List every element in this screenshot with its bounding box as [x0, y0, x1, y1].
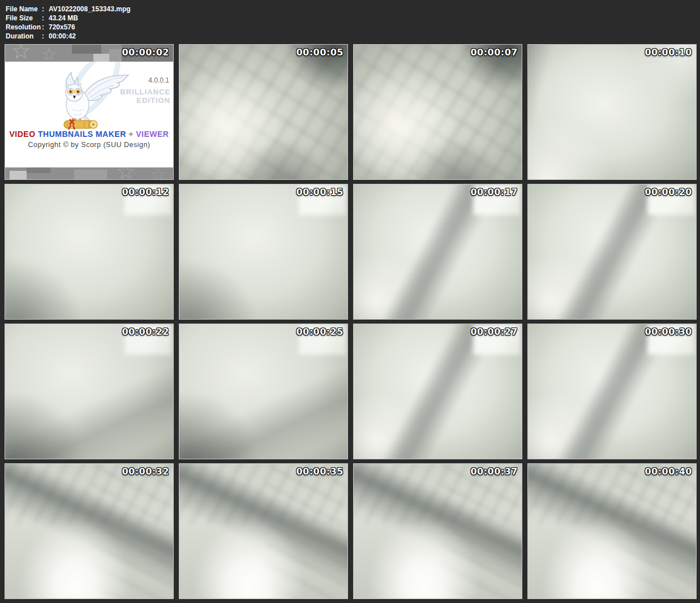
video-frame-thumbnail: 00:00:30	[527, 324, 697, 459]
frame-art	[353, 463, 522, 599]
frame-art	[5, 463, 174, 599]
timestamp-label: 00:00:20	[645, 187, 692, 197]
video-frame-thumbnail: 00:00:35	[179, 463, 348, 599]
video-frame-thumbnail: 00:00:05	[179, 44, 348, 180]
logo-top-band: ☆ ☆ 00:00:02	[5, 45, 173, 62]
brand-line: VIDEO THUMBNAILS MAKER + VIEWER	[5, 130, 173, 139]
star-icon: ☆	[11, 45, 31, 59]
timestamp-label: 00:00:05	[296, 47, 343, 58]
star-icon: ☆	[115, 167, 136, 179]
brand-plus-label: +	[128, 130, 134, 139]
video-frame-thumbnail: 00:00:07	[353, 44, 522, 180]
thumbnail-grid: ☆ ☆ 00:00:02	[0, 41, 700, 603]
timestamp-label: 00:00:27	[470, 326, 518, 337]
copyright-label: Copyright © by Scorp (SUU Design)	[5, 141, 173, 149]
edition-line1: BRILLIANCE	[120, 88, 170, 96]
band-block	[109, 49, 122, 62]
timestamp-label: 00:00:02	[122, 47, 169, 58]
frame-art	[179, 44, 348, 180]
frame-art	[179, 463, 348, 599]
timestamp-label: 00:00:32	[122, 466, 169, 477]
timestamp-label: 00:00:22	[122, 326, 169, 337]
file-info-label: File Size	[6, 14, 42, 23]
file-info-label: Resolution	[6, 23, 42, 32]
file-info-row: File Size:43.24 MB	[6, 14, 700, 23]
brand-thumbnails-maker-label: THUMBNAILS MAKER	[38, 130, 126, 139]
logo-thumbnail: ☆ ☆ 00:00:02	[5, 44, 174, 180]
file-info-label: File Name	[6, 5, 42, 14]
band-block	[10, 171, 27, 179]
frame-art	[179, 184, 348, 320]
timestamp-label: 00:00:35	[296, 466, 343, 477]
frame-art	[527, 44, 697, 180]
logo-bottom-band: ☆ ☆	[5, 167, 173, 179]
frame-art	[353, 324, 522, 459]
timestamp-label: 00:00:40	[645, 466, 692, 477]
frame-art	[5, 324, 174, 459]
timestamp-label: 00:00:30	[645, 326, 692, 337]
video-frame-thumbnail: 00:00:20	[527, 184, 697, 320]
file-info-separator: :	[42, 5, 49, 14]
timestamp-label: 00:00:25	[296, 326, 343, 337]
video-frame-thumbnail: 00:00:12	[5, 184, 174, 320]
file-info-value: AV10222008_153343.mpg	[49, 5, 131, 13]
file-info-value: 00:00:42	[49, 32, 76, 40]
frame-art	[353, 184, 522, 320]
file-info-header: File Name:AV10222008_153343.mpg File Siz…	[0, 0, 700, 41]
file-info-label: Duration	[6, 32, 42, 41]
frame-art	[353, 44, 522, 180]
video-frame-thumbnail: 00:00:27	[353, 324, 522, 459]
file-info-row: Duration:00:00:42	[6, 32, 700, 41]
band-block	[72, 45, 101, 54]
video-frame-thumbnail: 00:00:17	[353, 184, 522, 320]
star-icon: ☆	[151, 167, 165, 179]
star-icon: ☆	[41, 46, 57, 62]
file-info-separator: :	[42, 14, 49, 23]
timestamp-label: 00:00:17	[470, 187, 518, 197]
file-info-value: 43.24 MB	[49, 14, 78, 22]
logo-body: 4.0.0.1 BRILLIANCE EDITION VIDEO THUMBNA…	[5, 62, 173, 167]
version-label: 4.0.0.1	[148, 76, 169, 84]
band-block	[93, 54, 109, 62]
video-frame-thumbnail: 00:00:37	[353, 463, 522, 599]
timestamp-label: 00:00:07	[470, 47, 518, 58]
band-block	[27, 167, 50, 173]
frame-art	[527, 184, 697, 320]
timestamp-label: 00:00:37	[470, 466, 518, 477]
video-frame-thumbnail: 00:00:40	[527, 463, 697, 599]
band-block	[74, 170, 107, 179]
brand-video-label: VIDEO	[10, 130, 36, 139]
brand-viewer-label: VIEWER	[136, 130, 169, 139]
frame-art	[527, 463, 697, 599]
edition-label: BRILLIANCE EDITION	[120, 88, 170, 105]
file-info-row: Resolution:720x576	[6, 23, 700, 32]
timestamp-label: 00:00:12	[122, 187, 169, 197]
page-root: File Name:AV10222008_153343.mpg File Siz…	[0, 0, 700, 603]
file-info-separator: :	[42, 23, 49, 32]
file-info-value: 720x576	[49, 23, 75, 31]
frame-art	[527, 324, 697, 459]
edition-line2: EDITION	[120, 96, 170, 105]
video-frame-thumbnail: 00:00:10	[527, 44, 697, 180]
timestamp-label: 00:00:15	[296, 187, 343, 197]
video-frame-thumbnail: 00:00:22	[5, 324, 174, 459]
frame-art	[179, 324, 348, 459]
video-frame-thumbnail: 00:00:15	[179, 184, 348, 320]
file-info-row: File Name:AV10222008_153343.mpg	[6, 5, 700, 14]
file-info-separator: :	[42, 32, 49, 41]
timestamp-label: 00:00:10	[645, 47, 692, 58]
frame-art	[5, 184, 174, 320]
video-frame-thumbnail: 00:00:32	[5, 463, 174, 599]
video-frame-thumbnail: 00:00:25	[179, 324, 348, 459]
